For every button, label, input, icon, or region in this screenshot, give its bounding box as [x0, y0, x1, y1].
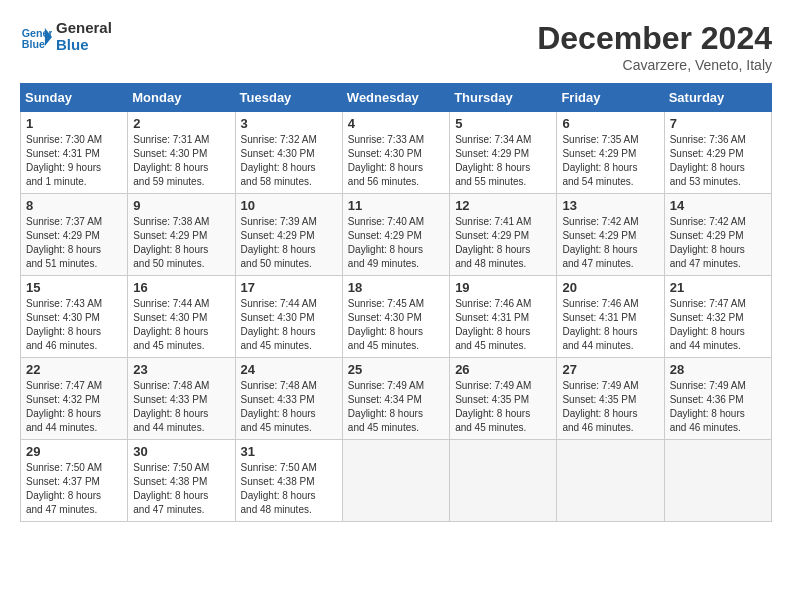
day-number: 29: [26, 444, 122, 459]
day-number: 16: [133, 280, 229, 295]
logo-text: GeneralBlue: [56, 20, 112, 53]
calendar-cell: [557, 440, 664, 522]
day-number: 1: [26, 116, 122, 131]
day-number: 17: [241, 280, 337, 295]
day-number: 22: [26, 362, 122, 377]
day-info: Sunrise: 7:48 AMSunset: 4:33 PMDaylight:…: [133, 379, 229, 435]
day-info: Sunrise: 7:49 AMSunset: 4:35 PMDaylight:…: [455, 379, 551, 435]
day-number: 13: [562, 198, 658, 213]
col-header-sunday: Sunday: [21, 84, 128, 112]
day-number: 26: [455, 362, 551, 377]
day-info: Sunrise: 7:50 AMSunset: 4:37 PMDaylight:…: [26, 461, 122, 517]
day-number: 28: [670, 362, 766, 377]
calendar-cell: 19Sunrise: 7:46 AMSunset: 4:31 PMDayligh…: [450, 276, 557, 358]
calendar-cell: 13Sunrise: 7:42 AMSunset: 4:29 PMDayligh…: [557, 194, 664, 276]
calendar-cell: 28Sunrise: 7:49 AMSunset: 4:36 PMDayligh…: [664, 358, 771, 440]
calendar-cell: 11Sunrise: 7:40 AMSunset: 4:29 PMDayligh…: [342, 194, 449, 276]
day-info: Sunrise: 7:40 AMSunset: 4:29 PMDaylight:…: [348, 215, 444, 271]
day-number: 5: [455, 116, 551, 131]
calendar-cell: 12Sunrise: 7:41 AMSunset: 4:29 PMDayligh…: [450, 194, 557, 276]
calendar-cell: 17Sunrise: 7:44 AMSunset: 4:30 PMDayligh…: [235, 276, 342, 358]
day-info: Sunrise: 7:46 AMSunset: 4:31 PMDaylight:…: [562, 297, 658, 353]
calendar-cell: 22Sunrise: 7:47 AMSunset: 4:32 PMDayligh…: [21, 358, 128, 440]
col-header-thursday: Thursday: [450, 84, 557, 112]
calendar-cell: 21Sunrise: 7:47 AMSunset: 4:32 PMDayligh…: [664, 276, 771, 358]
day-number: 19: [455, 280, 551, 295]
col-header-friday: Friday: [557, 84, 664, 112]
day-info: Sunrise: 7:48 AMSunset: 4:33 PMDaylight:…: [241, 379, 337, 435]
day-info: Sunrise: 7:42 AMSunset: 4:29 PMDaylight:…: [562, 215, 658, 271]
calendar-cell: 10Sunrise: 7:39 AMSunset: 4:29 PMDayligh…: [235, 194, 342, 276]
day-info: Sunrise: 7:42 AMSunset: 4:29 PMDaylight:…: [670, 215, 766, 271]
day-info: Sunrise: 7:47 AMSunset: 4:32 PMDaylight:…: [26, 379, 122, 435]
calendar-cell: 24Sunrise: 7:48 AMSunset: 4:33 PMDayligh…: [235, 358, 342, 440]
calendar-cell: 26Sunrise: 7:49 AMSunset: 4:35 PMDayligh…: [450, 358, 557, 440]
col-header-monday: Monday: [128, 84, 235, 112]
calendar-week-row: 29Sunrise: 7:50 AMSunset: 4:37 PMDayligh…: [21, 440, 772, 522]
day-number: 23: [133, 362, 229, 377]
calendar-cell: 4Sunrise: 7:33 AMSunset: 4:30 PMDaylight…: [342, 112, 449, 194]
calendar-cell: [664, 440, 771, 522]
calendar-cell: 2Sunrise: 7:31 AMSunset: 4:30 PMDaylight…: [128, 112, 235, 194]
calendar-cell: 14Sunrise: 7:42 AMSunset: 4:29 PMDayligh…: [664, 194, 771, 276]
day-number: 30: [133, 444, 229, 459]
day-info: Sunrise: 7:37 AMSunset: 4:29 PMDaylight:…: [26, 215, 122, 271]
day-info: Sunrise: 7:31 AMSunset: 4:30 PMDaylight:…: [133, 133, 229, 189]
calendar-cell: 27Sunrise: 7:49 AMSunset: 4:35 PMDayligh…: [557, 358, 664, 440]
day-info: Sunrise: 7:36 AMSunset: 4:29 PMDaylight:…: [670, 133, 766, 189]
day-info: Sunrise: 7:32 AMSunset: 4:30 PMDaylight:…: [241, 133, 337, 189]
day-info: Sunrise: 7:44 AMSunset: 4:30 PMDaylight:…: [241, 297, 337, 353]
page-header: General Blue GeneralBlue December 2024 C…: [20, 20, 772, 73]
month-title: December 2024: [537, 20, 772, 57]
day-info: Sunrise: 7:43 AMSunset: 4:30 PMDaylight:…: [26, 297, 122, 353]
calendar-cell: 23Sunrise: 7:48 AMSunset: 4:33 PMDayligh…: [128, 358, 235, 440]
day-info: Sunrise: 7:47 AMSunset: 4:32 PMDaylight:…: [670, 297, 766, 353]
calendar-cell: [450, 440, 557, 522]
calendar-cell: 18Sunrise: 7:45 AMSunset: 4:30 PMDayligh…: [342, 276, 449, 358]
calendar-cell: 9Sunrise: 7:38 AMSunset: 4:29 PMDaylight…: [128, 194, 235, 276]
calendar-cell: [342, 440, 449, 522]
logo: General Blue GeneralBlue: [20, 20, 112, 53]
calendar-cell: 8Sunrise: 7:37 AMSunset: 4:29 PMDaylight…: [21, 194, 128, 276]
calendar-table: SundayMondayTuesdayWednesdayThursdayFrid…: [20, 83, 772, 522]
calendar-week-row: 15Sunrise: 7:43 AMSunset: 4:30 PMDayligh…: [21, 276, 772, 358]
location-subtitle: Cavarzere, Veneto, Italy: [537, 57, 772, 73]
day-number: 20: [562, 280, 658, 295]
day-info: Sunrise: 7:44 AMSunset: 4:30 PMDaylight:…: [133, 297, 229, 353]
day-info: Sunrise: 7:30 AMSunset: 4:31 PMDaylight:…: [26, 133, 122, 189]
day-number: 4: [348, 116, 444, 131]
day-info: Sunrise: 7:45 AMSunset: 4:30 PMDaylight:…: [348, 297, 444, 353]
day-info: Sunrise: 7:46 AMSunset: 4:31 PMDaylight:…: [455, 297, 551, 353]
svg-text:Blue: Blue: [22, 37, 45, 49]
calendar-cell: 3Sunrise: 7:32 AMSunset: 4:30 PMDaylight…: [235, 112, 342, 194]
calendar-cell: 1Sunrise: 7:30 AMSunset: 4:31 PMDaylight…: [21, 112, 128, 194]
col-header-tuesday: Tuesday: [235, 84, 342, 112]
calendar-week-row: 8Sunrise: 7:37 AMSunset: 4:29 PMDaylight…: [21, 194, 772, 276]
calendar-cell: 20Sunrise: 7:46 AMSunset: 4:31 PMDayligh…: [557, 276, 664, 358]
day-number: 7: [670, 116, 766, 131]
day-info: Sunrise: 7:49 AMSunset: 4:34 PMDaylight:…: [348, 379, 444, 435]
day-number: 12: [455, 198, 551, 213]
day-number: 2: [133, 116, 229, 131]
day-info: Sunrise: 7:49 AMSunset: 4:36 PMDaylight:…: [670, 379, 766, 435]
calendar-cell: 29Sunrise: 7:50 AMSunset: 4:37 PMDayligh…: [21, 440, 128, 522]
day-number: 31: [241, 444, 337, 459]
day-info: Sunrise: 7:50 AMSunset: 4:38 PMDaylight:…: [133, 461, 229, 517]
day-number: 11: [348, 198, 444, 213]
day-number: 18: [348, 280, 444, 295]
calendar-cell: 6Sunrise: 7:35 AMSunset: 4:29 PMDaylight…: [557, 112, 664, 194]
day-info: Sunrise: 7:39 AMSunset: 4:29 PMDaylight:…: [241, 215, 337, 271]
day-info: Sunrise: 7:33 AMSunset: 4:30 PMDaylight:…: [348, 133, 444, 189]
day-number: 10: [241, 198, 337, 213]
title-block: December 2024 Cavarzere, Veneto, Italy: [537, 20, 772, 73]
col-header-saturday: Saturday: [664, 84, 771, 112]
calendar-cell: 15Sunrise: 7:43 AMSunset: 4:30 PMDayligh…: [21, 276, 128, 358]
day-number: 3: [241, 116, 337, 131]
day-number: 8: [26, 198, 122, 213]
day-info: Sunrise: 7:34 AMSunset: 4:29 PMDaylight:…: [455, 133, 551, 189]
calendar-cell: 7Sunrise: 7:36 AMSunset: 4:29 PMDaylight…: [664, 112, 771, 194]
calendar-week-row: 1Sunrise: 7:30 AMSunset: 4:31 PMDaylight…: [21, 112, 772, 194]
calendar-header-row: SundayMondayTuesdayWednesdayThursdayFrid…: [21, 84, 772, 112]
day-number: 21: [670, 280, 766, 295]
logo-icon: General Blue: [20, 21, 52, 53]
